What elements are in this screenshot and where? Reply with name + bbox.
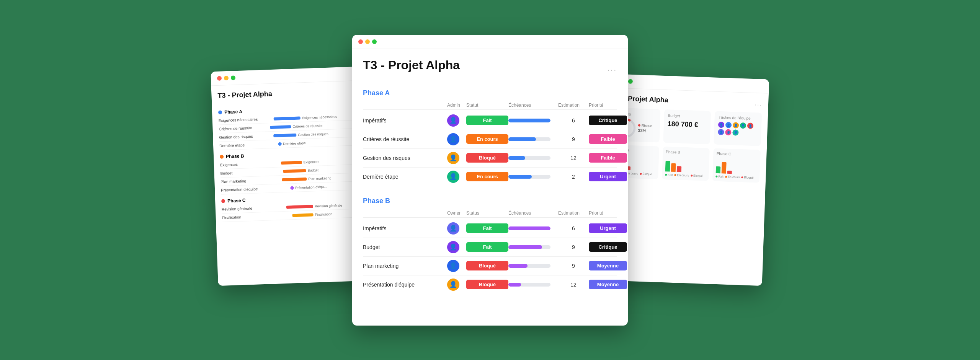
gantt-label-right: Exigences nécessaires <box>302 115 337 120</box>
pie-legend: Risque 33% <box>638 124 652 134</box>
phase-a-label: Phase A <box>224 109 242 115</box>
dashboard-cards: Risques Risque 33% <box>612 108 762 146</box>
center-more-button[interactable]: ··· <box>607 65 617 74</box>
status-badge: Bloqué <box>466 261 508 270</box>
avatar: 👤 <box>447 152 459 164</box>
gantt-label-right: Révision générale <box>315 203 342 208</box>
team-avatar: 👤 <box>740 122 746 129</box>
col-estimation-b: Estimation <box>558 210 589 216</box>
team-avatar: 👤 <box>718 122 725 128</box>
label-en-cours: En cours <box>626 172 639 176</box>
legend-item-bloque: Bloqué <box>691 174 703 178</box>
gantt-label-right: Exigences <box>304 160 320 164</box>
progress-bar <box>508 283 550 287</box>
dot-bloque <box>640 173 642 175</box>
phase-c-chart: Phase C Fait En cours <box>712 148 761 183</box>
bar-bloque <box>676 166 681 172</box>
team-avatar: 👤 <box>732 129 739 136</box>
task-name: Impératifs <box>363 225 447 231</box>
progress-fill <box>508 119 550 122</box>
minimize-button-center[interactable] <box>365 39 370 44</box>
gantt-label: Présentation d'équipe <box>221 187 267 192</box>
avatar: 👤 <box>447 222 459 235</box>
progress-fill <box>508 283 521 287</box>
col-status: Status <box>466 210 508 216</box>
status-badge: En cours <box>466 172 508 181</box>
bar-legend-c: Fait En cours Bloqué <box>716 175 757 180</box>
center-window: T3 - Projet Alpha ··· Phase A Admin Stat… <box>352 35 628 326</box>
priority-badge: Moyenne <box>589 261 627 270</box>
table-row: Présentation d'équipe 👤 Bloqué 12 Moyenn… <box>363 275 617 294</box>
status-badge: Fait <box>466 242 508 252</box>
gantt-label-right: Finalisation <box>315 212 332 217</box>
avatar: 👤 <box>447 133 459 145</box>
right-more-button[interactable]: ... <box>755 100 762 107</box>
gantt-bar <box>283 169 306 173</box>
task-name: Gestion des risques <box>363 155 447 161</box>
phase-c-label: Phase C <box>227 198 246 204</box>
priority-badge: Critique <box>589 242 627 252</box>
gantt-label: Dernière étape <box>219 142 265 148</box>
right-body: T3 - Projet Alpha ... Risques Risque <box>605 88 769 189</box>
legend-dot-risk <box>638 124 640 127</box>
progress-fill <box>508 245 542 249</box>
maximize-button-center[interactable] <box>372 39 377 44</box>
progress-bar <box>508 156 550 160</box>
task-name: Plan marketing <box>363 263 447 269</box>
left-traffic-lights <box>217 75 235 81</box>
legend-item-fait: Fait <box>665 173 673 177</box>
phase-c-dot <box>221 199 225 203</box>
team-avatars: 👤 👤 👤 👤 👤 👤 👤 👤 <box>718 122 758 137</box>
dot-en-cours <box>674 174 676 176</box>
phase-a-table-header: Admin Statut Échéances Estimation Priori… <box>363 101 617 110</box>
priority-badge: Faible <box>589 134 627 144</box>
label-bloque: Bloqué <box>693 174 703 178</box>
gantt-content: Phase A Exigences nécessaires Exigences … <box>218 101 370 222</box>
gantt-label-right: Critères de réussite <box>292 124 322 129</box>
gantt-label: Exigences nécessaires <box>219 117 265 123</box>
table-row: Critères de réussite 👤 En cours 9 Faible <box>363 130 617 149</box>
team-avatar: 👤 <box>725 129 732 136</box>
maximize-button-right[interactable] <box>628 79 633 84</box>
legend-item-bloque: Bloqué <box>741 176 753 179</box>
legend-item-fait: Fait <box>716 175 724 179</box>
budget-card: Budget 180 700 € <box>663 109 711 144</box>
minimize-button-left[interactable] <box>224 76 229 80</box>
gantt-label-right: Budget <box>307 168 318 172</box>
estimation-value: 12 <box>558 155 589 161</box>
gantt-bar <box>286 205 313 209</box>
gantt-label: Plan marketing <box>220 178 266 184</box>
gantt-diamond <box>290 186 294 190</box>
team-avatar: 👤 <box>747 123 754 129</box>
gantt-bar <box>282 177 307 181</box>
dot-bloque <box>741 176 743 178</box>
close-button-left[interactable] <box>217 76 222 81</box>
close-button-center[interactable] <box>358 39 363 44</box>
bar-en-cours <box>722 162 727 173</box>
gantt-label: Révision générale <box>222 206 268 212</box>
risk-pct: 33% <box>638 128 646 133</box>
progress-fill <box>508 175 532 179</box>
col-priorite: Priorité <box>589 103 627 108</box>
legend-label: Risque <box>642 124 652 128</box>
estimation-value: 9 <box>558 263 589 269</box>
bar-fait <box>716 166 721 173</box>
col-statut: Statut <box>466 103 508 108</box>
status-badge: Fait <box>466 223 508 233</box>
status-badge: En cours <box>466 134 508 144</box>
avatar: 👤 <box>447 279 459 291</box>
phase-b-table-header: Owner Status Échéances Estimation Priori… <box>363 209 617 218</box>
maximize-button-left[interactable] <box>231 75 235 80</box>
estimation-value: 12 <box>558 282 589 288</box>
status-badge: Bloqué <box>466 153 508 163</box>
left-window-title: T3 - Projet Alpha <box>217 90 272 100</box>
col-echeances-b: Échéances <box>508 210 558 216</box>
bar-legend-b: Fait En cours Bloqué <box>665 173 706 178</box>
center-title: T3 - Projet Alpha <box>363 58 460 72</box>
bar-fait <box>665 161 670 171</box>
gantt-label-right: Dernière étape <box>283 141 306 145</box>
priority-badge: Urgent <box>589 223 627 233</box>
phase-b-label: Phase B <box>226 153 244 160</box>
dot-bloque <box>691 174 693 176</box>
avatar: 👤 <box>447 260 459 272</box>
